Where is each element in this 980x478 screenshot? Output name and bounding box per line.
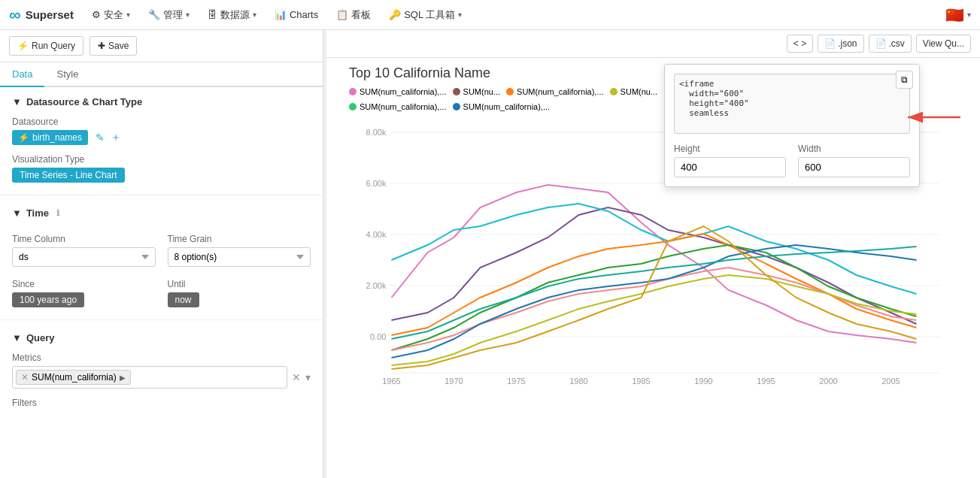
csv-label: .csv <box>889 38 905 49</box>
datasource-section-header[interactable]: ▼ Datasource & Chart Type <box>12 96 311 107</box>
nav-security[interactable]: ⚙ 安全 ▾ <box>84 0 138 30</box>
legend-dot-2 <box>506 88 514 95</box>
width-input[interactable] <box>798 157 910 177</box>
run-query-button[interactable]: ⚡ Run Query <box>9 36 83 56</box>
embed-button[interactable]: < > <box>787 35 813 53</box>
time-column-select[interactable]: ds <box>12 247 156 267</box>
metrics-box[interactable]: ✕ SUM(num_california) ▶ <box>12 366 287 389</box>
datasource-actions: ⚡ birth_names ✎ ＋ <box>12 130 311 145</box>
nav-charts-label: Charts <box>290 9 318 20</box>
json-label: .json <box>838 38 857 49</box>
nav-manage[interactable]: 🔧 管理 ▾ <box>141 0 197 30</box>
datasource-section-label: Datasource & Chart Type <box>26 96 142 107</box>
metrics-row: ✕ SUM(num_california) ▶ ✕ ▾ <box>12 366 311 389</box>
svg-text:1965: 1965 <box>382 377 400 386</box>
dashboard-icon: 📋 <box>336 9 348 20</box>
svg-text:8.00k: 8.00k <box>366 128 387 137</box>
metric-remove-icon[interactable]: ✕ <box>21 372 29 383</box>
chevron-down-icon-2: ▾ <box>186 11 190 19</box>
legend-item-5: SUM(num_california),... <box>453 102 551 111</box>
csv-button[interactable]: 📄 .csv <box>869 35 912 53</box>
nav-sql-label: SQL 工具箱 <box>404 8 455 22</box>
embed-code-textarea[interactable] <box>674 74 910 134</box>
embed-dims: Height Width <box>674 144 910 177</box>
until-badge[interactable]: now <box>168 292 199 307</box>
save-button[interactable]: ✚ Save <box>90 36 137 56</box>
flag-chevron-icon: ▾ <box>967 11 971 19</box>
nav-datasource[interactable]: 🗄 数据源 ▾ <box>200 0 264 30</box>
copy-embed-button[interactable]: ⧉ <box>896 71 913 89</box>
view-query-button[interactable]: View Qu... <box>916 35 971 53</box>
collapse-arrow-icon-3: ▼ <box>12 332 22 343</box>
edit-datasource-icon[interactable]: ✎ <box>96 132 105 144</box>
query-section-header[interactable]: ▼ Query <box>12 332 311 343</box>
add-datasource-icon[interactable]: ＋ <box>111 131 121 144</box>
datasource-section: ▼ Datasource & Chart Type Datasource ⚡ b… <box>0 87 323 192</box>
brand-name: Superset <box>26 8 74 21</box>
since-until-row: Since 100 years ago Until now <box>12 273 311 307</box>
csv-icon: 📄 <box>875 38 887 49</box>
viz-type-field-label: Visualization Type <box>12 154 311 165</box>
copy-icon: ⧉ <box>901 74 908 85</box>
time-grain-label: Time Grain <box>168 234 311 244</box>
main-layout: ⚡ Run Query ✚ Save Data Style ▼ Dat <box>0 30 980 478</box>
svg-text:1980: 1980 <box>569 377 587 386</box>
datasource-badge: ⚡ birth_names <box>12 130 88 145</box>
metric-tag[interactable]: ✕ SUM(num_california) ▶ <box>16 370 131 385</box>
json-button[interactable]: 📄 .json <box>818 35 863 53</box>
legend-label-4: SUM(num_california),... <box>360 102 447 111</box>
legend-label-1: SUM(nu... <box>463 87 501 96</box>
sql-icon: 🔑 <box>389 9 401 20</box>
language-flag[interactable]: 🇨🇳 <box>945 6 964 24</box>
legend-dot-4 <box>349 103 357 110</box>
time-section-label: Time <box>26 207 49 219</box>
svg-text:1985: 1985 <box>632 377 650 386</box>
legend-item-1: SUM(nu... <box>453 87 501 96</box>
nav-datasource-label: 数据源 <box>220 8 250 22</box>
since-label: Since <box>12 279 156 289</box>
nav-dashboard[interactable]: 📋 看板 <box>329 0 378 30</box>
legend-dot-5 <box>453 103 460 110</box>
nav-security-label: 安全 <box>104 8 123 22</box>
logo: ∞ Superset <box>9 5 74 25</box>
svg-text:1970: 1970 <box>444 377 463 386</box>
legend-dot-3 <box>610 88 617 95</box>
svg-text:0.00: 0.00 <box>370 332 386 341</box>
legend-item-4: SUM(num_california),... <box>349 102 447 111</box>
svg-text:4.00k: 4.00k <box>366 230 387 239</box>
lightning-icon-2: ⚡ <box>18 132 29 143</box>
chevron-down-icon-4: ▾ <box>458 11 462 19</box>
nav-charts[interactable]: 📊 Charts <box>267 0 326 30</box>
time-column-label: Time Column <box>12 234 156 244</box>
tab-data[interactable]: Data <box>0 62 44 87</box>
tab-style-label: Style <box>56 68 78 80</box>
width-group: Width <box>798 144 910 177</box>
nav-dashboard-label: 看板 <box>351 8 371 22</box>
svg-text:1995: 1995 <box>757 377 775 386</box>
nav-sql[interactable]: 🔑 SQL 工具箱 ▾ <box>381 0 469 30</box>
legend-dot-1 <box>453 88 460 95</box>
height-group: Height <box>674 144 786 177</box>
query-section-label: Query <box>26 332 55 343</box>
database-icon: 🗄 <box>208 9 217 20</box>
height-input[interactable] <box>674 157 786 177</box>
height-label: Height <box>674 144 786 154</box>
time-grain-select[interactable]: 8 option(s) <box>168 247 311 267</box>
svg-text:1975: 1975 <box>507 377 525 386</box>
time-column-field: Time Column ds <box>12 228 156 267</box>
legend-item-2: SUM(num_california),... <box>506 87 604 96</box>
lightning-icon: ⚡ <box>17 41 29 51</box>
tab-style[interactable]: Style <box>44 62 90 87</box>
infinity-icon: ∞ <box>9 5 21 25</box>
wrench-icon: 🔧 <box>148 9 160 20</box>
until-label: Until <box>168 279 311 289</box>
since-badge[interactable]: 100 years ago <box>12 292 84 307</box>
metric-expand-icon[interactable]: ▶ <box>120 374 126 382</box>
metric-clear-icon[interactable]: ✕ <box>292 371 301 383</box>
metric-dropdown-icon[interactable]: ▾ <box>305 371 311 383</box>
svg-text:2005: 2005 <box>881 377 900 386</box>
time-section-header[interactable]: ▼ Time ℹ <box>12 207 311 219</box>
sidebar-toolbar: ⚡ Run Query ✚ Save <box>0 30 323 62</box>
chart-icon: 📊 <box>275 9 287 20</box>
nav-manage-label: 管理 <box>163 8 183 22</box>
